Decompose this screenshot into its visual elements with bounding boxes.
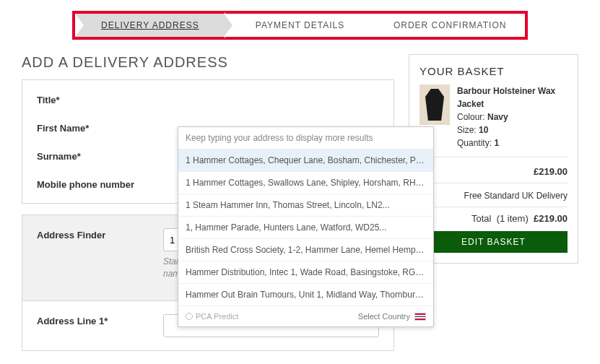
progress-step-label: ORDER CONFIRMATION (394, 20, 506, 30)
basket-title: YOUR BASKET (419, 65, 568, 77)
progress-step-confirmation[interactable]: ORDER CONFIRMATION (375, 14, 525, 37)
size-value: 10 (479, 125, 488, 135)
autocomplete-provider-label: PCA Predict (196, 312, 238, 321)
basket-total: Total (1 item) £219.00 (419, 213, 568, 224)
colour-value: Navy (487, 112, 508, 122)
pca-icon (186, 313, 193, 320)
progress-step-payment[interactable]: PAYMENT DETAILS (225, 14, 375, 37)
uk-flag-icon (414, 313, 426, 321)
autocomplete-provider: PCA Predict (186, 312, 238, 321)
page-title: ADD A DELIVERY ADDRESS (22, 54, 394, 71)
autocomplete-item[interactable]: 1 Hammer Cottages, Chequer Lane, Bosham,… (178, 150, 433, 172)
label-address-finder: Address Finder (37, 228, 163, 240)
size-label: Size: (457, 125, 477, 135)
shipping-line: Free Standard UK Delivery (419, 188, 568, 207)
label-surname: Surname* (37, 150, 163, 162)
autocomplete-item[interactable]: 1 Steam Hammer Inn, Thomas Street, Linco… (178, 194, 433, 217)
autocomplete-item[interactable]: 1 Hammer Cottages, Swallows Lane, Shiple… (178, 172, 433, 194)
select-country-label: Select Country (358, 312, 410, 321)
autocomplete-item[interactable]: British Red Cross Society, 1-2, Hammer L… (178, 239, 433, 261)
qty-value: 1 (494, 138, 499, 148)
autocomplete-item[interactable]: Hammer Out Brain Tumours, Unit 1, Midlan… (178, 284, 433, 306)
item-price: £219.00 (419, 163, 568, 183)
address-autocomplete-dropdown: Keep typing your address to display more… (178, 126, 434, 327)
label-title: Title* (37, 93, 163, 105)
total-count: (1 item) (497, 213, 529, 224)
total-price: £219.00 (534, 213, 568, 224)
progress-step-label: DELIVERY ADDRESS (101, 20, 199, 30)
progress-step-label: PAYMENT DETAILS (256, 20, 344, 30)
basket-panel: YOUR BASKET Barbour Holsteiner Wax Jacke… (409, 54, 578, 264)
colour-label: Colour: (457, 112, 485, 122)
total-label: Total (471, 213, 491, 224)
autocomplete-header: Keep typing your address to display more… (178, 127, 433, 150)
label-address-line-1: Address Line 1* (37, 314, 163, 326)
autocomplete-item[interactable]: 1, Hammer Parade, Hunters Lane, Watford,… (178, 217, 433, 239)
product-thumbnail (419, 84, 450, 125)
label-mobile: Mobile phone number (37, 178, 163, 190)
autocomplete-select-country[interactable]: Select Country (358, 312, 426, 321)
checkout-progress: DELIVERY ADDRESS PAYMENT DETAILS ORDER C… (72, 11, 528, 40)
edit-basket-button[interactable]: EDIT BASKET (419, 231, 568, 253)
label-first-name: First Name* (37, 121, 163, 134)
autocomplete-item[interactable]: Hammer Distribution, Intec 1, Wade Road,… (178, 261, 433, 284)
progress-step-delivery[interactable]: DELIVERY ADDRESS (75, 14, 225, 37)
qty-label: Quantity: (457, 138, 492, 148)
product-name: Barbour Holsteiner Wax Jacket (457, 84, 568, 110)
basket-item: Barbour Holsteiner Wax Jacket Colour: Na… (419, 84, 568, 157)
